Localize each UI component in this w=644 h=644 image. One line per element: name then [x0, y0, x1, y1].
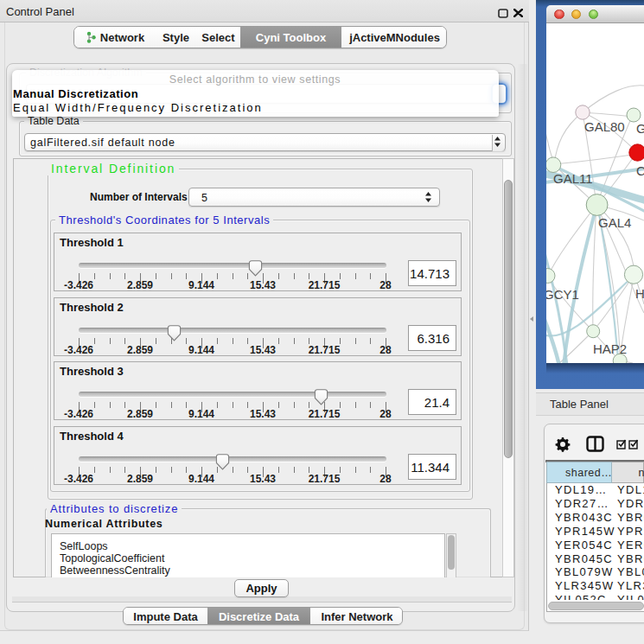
svg-text:GAL11: GAL11	[553, 171, 593, 186]
svg-text:GAL80: GAL80	[584, 119, 625, 134]
svg-text:GAL4: GAL4	[598, 215, 631, 230]
svg-text:GA: GA	[636, 121, 644, 136]
svg-text:HA: HA	[635, 286, 644, 301]
svg-text:HAP2: HAP2	[593, 341, 627, 356]
svg-text:GCY1: GCY1	[546, 287, 579, 302]
svg-text:CA: CA	[636, 163, 644, 178]
